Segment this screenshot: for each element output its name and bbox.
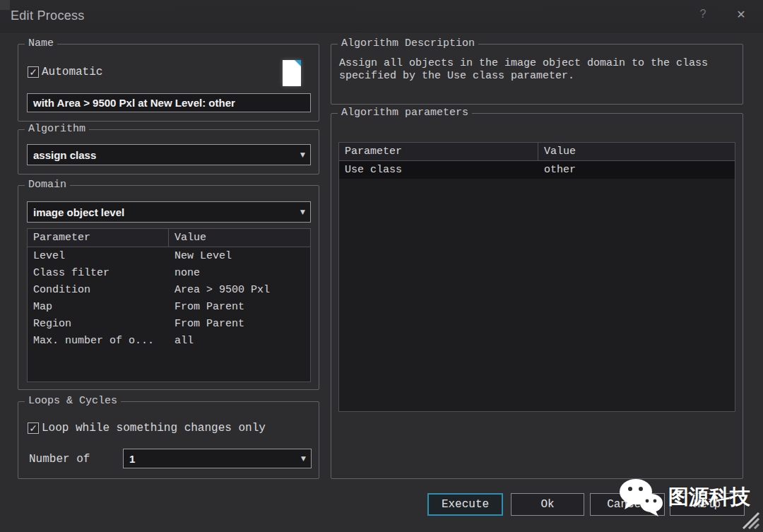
domain-row-param: Region bbox=[28, 315, 169, 332]
domain-row-value: From Parent bbox=[169, 298, 310, 315]
algorithm-description-label: Algorithm Description bbox=[338, 37, 478, 49]
titlebar[interactable]: Edit Process ? ✕ bbox=[0, 0, 763, 32]
process-name-input[interactable]: with Area > 9500 Pxl at New Level: other bbox=[27, 93, 311, 112]
close-icon[interactable]: ✕ bbox=[732, 6, 750, 23]
algorithm-description-group: Algorithm Description Assign all objects… bbox=[331, 44, 743, 105]
domain-row-param: Condition bbox=[28, 281, 169, 298]
domain-row-value: Area > 9500 Pxl bbox=[169, 281, 310, 298]
algorithm-group: Algorithm assign class ▼ bbox=[18, 129, 319, 175]
document-icon[interactable] bbox=[283, 60, 301, 86]
automatic-checkbox-label: Automatic bbox=[42, 66, 102, 78]
table-row[interactable]: Class filter none bbox=[28, 264, 310, 281]
ok-button[interactable]: Ok bbox=[511, 493, 584, 516]
loop-checkbox[interactable]: ✓ bbox=[28, 422, 39, 434]
automatic-checkbox-row[interactable]: ✓ Automatic bbox=[28, 66, 102, 78]
parameters-header-parameter[interactable]: Parameter bbox=[339, 143, 538, 160]
domain-table-header: Parameter Value bbox=[28, 229, 310, 247]
number-of-label: Number of bbox=[29, 453, 90, 466]
domain-parameter-table: Parameter Value Level New Level Class fi… bbox=[27, 228, 311, 382]
parameters-row-param: Use class bbox=[339, 161, 538, 179]
window-icon bbox=[0, 0, 10, 10]
number-of-value: 1 bbox=[129, 453, 135, 465]
domain-row-param: Level bbox=[28, 247, 169, 264]
table-row[interactable]: Level New Level bbox=[28, 247, 310, 264]
algorithm-parameters-group: Algorithm parameters Parameter Value Use… bbox=[331, 113, 743, 479]
domain-row-value: New Level bbox=[169, 247, 310, 264]
domain-row-param: Class filter bbox=[28, 264, 169, 281]
chevron-down-icon: ▼ bbox=[301, 456, 306, 462]
watermark: 图源科技 bbox=[617, 478, 750, 517]
domain-header-value[interactable]: Value bbox=[169, 229, 310, 247]
document-fold-icon bbox=[295, 60, 301, 66]
algorithm-parameters-table: Parameter Value Use class other bbox=[338, 142, 735, 412]
table-row[interactable]: Max. number of o... all bbox=[28, 332, 310, 349]
loops-group-label: Loops & Cycles bbox=[25, 395, 121, 407]
execute-button[interactable]: Execute bbox=[427, 493, 503, 516]
domain-select[interactable]: image object level ▼ bbox=[27, 201, 311, 223]
algorithm-select-value: assign class bbox=[33, 149, 96, 161]
domain-group-label: Domain bbox=[25, 179, 70, 191]
domain-row-param: Max. number of o... bbox=[28, 332, 169, 349]
loop-checkbox-label: Loop while something changes only bbox=[42, 422, 266, 435]
domain-header-parameter[interactable]: Parameter bbox=[28, 229, 169, 247]
parameters-row-value: other bbox=[538, 161, 735, 179]
automatic-checkbox[interactable]: ✓ bbox=[28, 66, 39, 78]
domain-row-value: From Parent bbox=[169, 315, 310, 332]
table-row[interactable]: Map From Parent bbox=[28, 298, 310, 315]
name-group: Name ✓ Automatic with Area > 9500 Pxl at… bbox=[18, 44, 319, 122]
domain-row-param: Map bbox=[28, 298, 169, 315]
chevron-down-icon: ▼ bbox=[300, 209, 305, 215]
parameters-table-header: Parameter Value bbox=[339, 143, 735, 161]
algorithm-select[interactable]: assign class ▼ bbox=[27, 144, 311, 165]
name-group-label: Name bbox=[25, 37, 57, 49]
loop-checkbox-row[interactable]: ✓ Loop while something changes only bbox=[28, 422, 266, 435]
wechat-icon bbox=[617, 478, 666, 517]
chevron-down-icon: ▼ bbox=[300, 152, 305, 158]
titlebar-help-icon[interactable]: ? bbox=[694, 6, 712, 23]
number-of-select[interactable]: 1 ▼ bbox=[123, 449, 312, 468]
table-row[interactable]: Use class other bbox=[339, 161, 735, 179]
parameters-header-value[interactable]: Value bbox=[538, 143, 735, 160]
algorithm-group-label: Algorithm bbox=[25, 123, 89, 135]
table-row[interactable]: Region From Parent bbox=[28, 315, 310, 332]
loops-group: Loops & Cycles ✓ Loop while something ch… bbox=[18, 401, 319, 479]
watermark-text: 图源科技 bbox=[668, 483, 750, 512]
domain-group: Domain image object level ▼ Parameter Va… bbox=[18, 185, 319, 390]
table-row[interactable]: Condition Area > 9500 Pxl bbox=[28, 281, 310, 298]
domain-row-value: all bbox=[169, 332, 310, 349]
algorithm-parameters-label: Algorithm parameters bbox=[338, 107, 472, 119]
window-title: Edit Process bbox=[11, 8, 85, 23]
edit-process-dialog: { "window": { "title": "Edit Process" },… bbox=[0, 0, 763, 532]
domain-select-value: image object level bbox=[33, 206, 124, 218]
algorithm-description-text: Assign all objects in the image object d… bbox=[339, 57, 735, 83]
domain-row-value: none bbox=[169, 264, 310, 281]
